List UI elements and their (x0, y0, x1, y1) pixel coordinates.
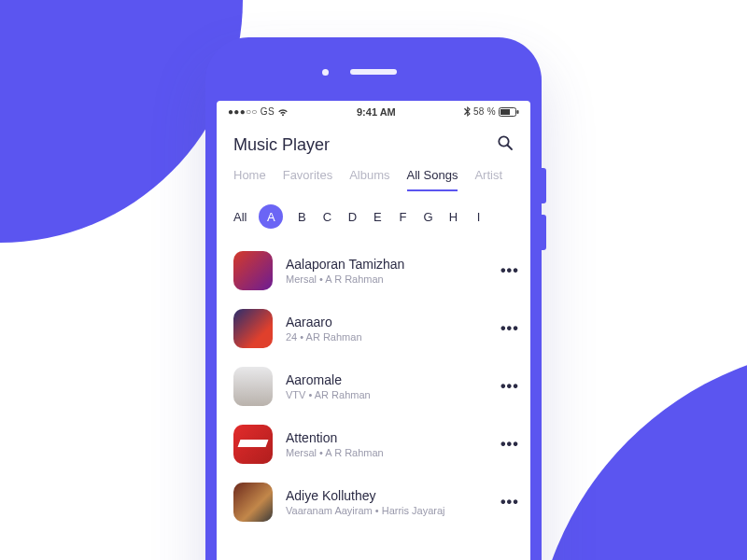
alpha-letter-g[interactable]: G (421, 210, 434, 224)
tab-bar: Home Favorites Albums All Songs Artist (217, 162, 530, 191)
svg-rect-1 (500, 109, 510, 115)
album-art (233, 425, 273, 464)
song-title: Attention (286, 430, 487, 445)
page-title: Music Player (233, 135, 330, 155)
more-button[interactable]: ••• (500, 436, 525, 453)
more-button[interactable]: ••• (500, 378, 525, 395)
alpha-letter-f[interactable]: F (396, 210, 409, 224)
song-subtitle: Mersal • A R Rahman (286, 447, 487, 458)
song-title: Aaraaro (286, 315, 487, 329)
album-art (233, 251, 273, 290)
album-art (233, 483, 273, 522)
song-title: Aaromale (286, 372, 487, 387)
alpha-letter-b[interactable]: B (295, 210, 308, 224)
song-row[interactable]: Aalaporan Tamizhan Mersal • A R Rahman •… (233, 242, 525, 300)
song-title: Aalaporan Tamizhan (286, 257, 487, 272)
song-row[interactable]: Aaraaro 24 • AR Rahman ••• (233, 300, 525, 357)
song-row[interactable]: Aaromale VTV • AR Rahman ••• (233, 357, 525, 415)
status-bar: ●●●○○ GS 9:41 AM 58 % (217, 101, 530, 119)
alpha-letter-h[interactable]: H (446, 210, 459, 224)
alpha-letter-i[interactable]: I (472, 210, 485, 224)
signal-dots: ●●●○○ (228, 106, 258, 117)
phone-frame: ●●●○○ GS 9:41 AM 58 % Music Player (205, 37, 542, 560)
more-button[interactable]: ••• (500, 262, 525, 279)
more-icon: ••• (500, 436, 519, 452)
svg-rect-2 (516, 110, 518, 114)
more-icon: ••• (500, 378, 519, 394)
tab-favorites[interactable]: Favorites (283, 168, 332, 191)
song-list: Aalaporan Tamizhan Mersal • A R Rahman •… (217, 238, 530, 531)
tab-home[interactable]: Home (233, 168, 266, 191)
more-icon: ••• (500, 320, 519, 336)
wifi-icon (277, 107, 289, 118)
alpha-letter-e[interactable]: E (371, 210, 384, 224)
search-button[interactable] (497, 134, 514, 155)
alpha-letter-c[interactable]: C (320, 210, 333, 224)
album-art (233, 367, 273, 406)
alpha-all[interactable]: All (233, 210, 247, 224)
phone-side-button (542, 215, 546, 250)
status-left: ●●●○○ GS (228, 106, 289, 118)
song-subtitle: Mersal • A R Rahman (286, 273, 487, 285)
bluetooth-icon (464, 106, 471, 118)
more-icon: ••• (500, 494, 519, 510)
status-right: 58 % (464, 106, 519, 118)
svg-line-4 (508, 146, 513, 150)
phone-screen: ●●●○○ GS 9:41 AM 58 % Music Player (217, 101, 530, 560)
battery-pct: 58 % (473, 106, 496, 117)
alpha-letter-d[interactable]: D (345, 210, 359, 224)
decorative-blob-bottom (532, 345, 747, 560)
song-title: Adiye Kolluthey (286, 488, 487, 503)
status-time: 9:41 AM (357, 106, 396, 118)
tab-artist[interactable]: Artist (474, 168, 502, 191)
more-button[interactable]: ••• (500, 494, 525, 511)
alpha-letter-a[interactable]: A (259, 204, 283, 229)
phone-side-button (542, 168, 546, 203)
song-subtitle: 24 • AR Rahman (286, 331, 487, 343)
tab-all-songs[interactable]: All Songs (407, 168, 458, 191)
search-icon (497, 134, 514, 151)
song-row[interactable]: Adiye Kolluthey Vaaranam Aayiram • Harri… (233, 473, 525, 531)
battery-icon (499, 107, 519, 118)
song-row[interactable]: Attention Mersal • A R Rahman ••• (233, 415, 525, 473)
more-button[interactable]: ••• (500, 320, 525, 337)
song-subtitle: Vaaranam Aayiram • Harris Jayaraj (286, 505, 487, 516)
more-icon: ••• (500, 262, 519, 278)
tab-albums[interactable]: Albums (349, 168, 389, 191)
alpha-index: All A B C D E F G H I (217, 191, 530, 238)
carrier-label: GS (261, 106, 275, 117)
song-subtitle: VTV • AR Rahman (286, 389, 487, 400)
album-art (233, 309, 273, 348)
